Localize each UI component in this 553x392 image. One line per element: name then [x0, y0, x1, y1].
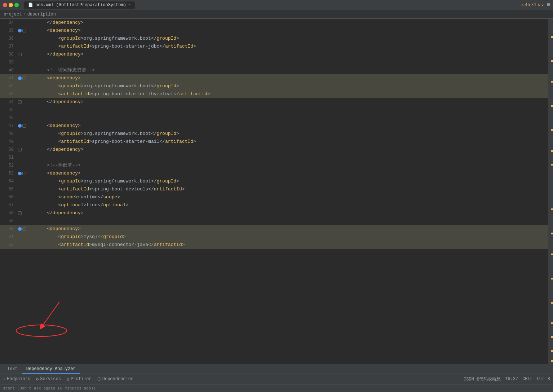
breakpoint-icon: [18, 29, 22, 32]
code-line: 43 <artifactId>spring-boot-starter-thyme…: [0, 90, 553, 98]
code-line: 53- <dependency>: [0, 169, 553, 177]
line-number: 48: [0, 130, 18, 138]
line-content: [34, 106, 553, 114]
code-line: 36 <groupId>org.springframework.boot</gr…: [0, 35, 553, 43]
endpoints-icon: ⚡: [3, 376, 5, 382]
scroll-marker: [551, 164, 553, 166]
code-line: 46: [0, 114, 553, 122]
line-content: <artifactId>mysql-connector-java</artifa…: [34, 241, 553, 249]
line-gutter: [18, 82, 34, 90]
line-number: 40: [0, 66, 18, 74]
line-gutter: [18, 66, 34, 74]
line-number: 59: [0, 217, 18, 225]
fold-icon[interactable]: -: [22, 227, 26, 231]
line-number: 52: [0, 162, 18, 169]
line-number: 45: [0, 106, 18, 114]
line-content: <groupId>mysql</groupId>: [34, 233, 553, 241]
line-number: 37: [0, 43, 18, 50]
code-editor[interactable]: 34 </dependency>35- <dependency>36 <grou…: [0, 19, 553, 364]
line-gutter: [18, 130, 34, 138]
fold-icon[interactable]: -: [18, 211, 22, 215]
scroll-marker: [551, 360, 553, 362]
breakpoint-icon: [18, 124, 22, 128]
code-line: 38- </dependency>: [0, 50, 553, 58]
line-content: <dependency>: [34, 169, 553, 177]
warnings-count: 45: [525, 3, 530, 8]
charset-label: UTF-8: [537, 376, 550, 382]
fold-icon[interactable]: -: [22, 172, 26, 175]
code-lines: 34 </dependency>35- <dependency>36 <grou…: [0, 19, 553, 364]
fold-icon[interactable]: -: [22, 29, 26, 32]
line-number: 57: [0, 201, 18, 209]
tool-tabs: Text Dependency Analyzer: [0, 364, 553, 374]
services-button[interactable]: ⚙ Services: [36, 376, 61, 382]
code-line: 62 <artifactId>mysql-connector-java</art…: [0, 241, 553, 249]
scroll-marker: [551, 129, 553, 131]
fold-icon[interactable]: -: [18, 148, 22, 151]
breakpoint-icon: [18, 172, 22, 175]
fold-icon[interactable]: -: [18, 53, 22, 56]
dependencies-button[interactable]: ⬡ Dependencies: [97, 376, 133, 382]
breadcrumb-item-project[interactable]: project: [4, 12, 22, 17]
line-number: 51: [0, 154, 18, 162]
tab-text[interactable]: Text: [3, 365, 22, 374]
line-number: 41: [0, 74, 18, 82]
code-line: 61 <groupId>mysql</groupId>: [0, 233, 553, 241]
minimize-button[interactable]: [9, 3, 13, 7]
line-number: 36: [0, 35, 18, 43]
line-gutter: [18, 193, 34, 201]
line-content: <optional>true</optional>: [34, 201, 553, 209]
line-content: [34, 58, 553, 66]
profiler-label: Profiler: [71, 376, 92, 382]
line-gutter: -: [18, 98, 34, 106]
profiler-button[interactable]: ◎ Profiler: [67, 376, 92, 382]
line-gutter: [18, 154, 34, 162]
warnings-badge[interactable]: ⚠ 45 ×1 ∧ ∨: [521, 2, 544, 8]
services-icon: ⚙: [36, 376, 39, 382]
breakpoint-icon: [18, 76, 22, 80]
line-gutter: -: [18, 74, 34, 82]
code-line: 55 <artifactId>spring-boot-devtools</art…: [0, 185, 553, 193]
line-content: <dependency>: [34, 122, 553, 130]
line-gutter: [18, 233, 34, 241]
position-label: 16:37: [505, 376, 518, 382]
scrollbar-track[interactable]: [548, 19, 553, 364]
line-content: <groupId>org.springframework.boot</group…: [34, 177, 553, 185]
fold-icon[interactable]: -: [18, 100, 22, 104]
code-line: 52 <!--热部署-->: [0, 162, 553, 169]
line-content: <groupId>org.springframework.boot</group…: [34, 35, 553, 43]
code-line: 48 <groupId>org.springframework.boot</gr…: [0, 130, 553, 138]
warnings-detail: ×1: [531, 3, 536, 8]
line-gutter: [18, 35, 34, 43]
breadcrumb-item-description[interactable]: description: [27, 12, 56, 17]
tab-dependency-analyzer[interactable]: Dependency Analyzer: [22, 365, 80, 374]
line-gutter: -: [18, 27, 34, 35]
line-gutter: -: [18, 146, 34, 154]
line-content: </dependency>: [34, 98, 553, 106]
line-content: <artifactId>spring-boot-starter-jdbc</ar…: [34, 43, 553, 50]
code-line: 41- <dependency>: [0, 74, 553, 82]
editor-tab-pom-xml[interactable]: 📄 pom.xml (SoftTestPreparationSystem) ×: [24, 1, 135, 9]
line-number: 46: [0, 114, 18, 122]
menu-icon[interactable]: ≡: [547, 2, 550, 8]
tab-close-button[interactable]: ×: [128, 3, 130, 7]
line-gutter: [18, 90, 34, 98]
scroll-marker: [551, 336, 553, 338]
warnings-icon: ⚠: [521, 2, 524, 8]
code-line: 60- <dependency>: [0, 225, 553, 233]
endpoints-button[interactable]: ⚡ Endpoints: [3, 376, 30, 382]
profiler-icon: ◎: [67, 376, 69, 382]
fold-icon[interactable]: -: [22, 76, 26, 80]
window-controls: [3, 3, 19, 7]
scroll-marker: [551, 233, 553, 234]
line-number: 54: [0, 177, 18, 185]
code-line: 50- </dependency>: [0, 146, 553, 154]
scroll-marker: [551, 322, 553, 324]
title-bar-left: 📄 pom.xml (SoftTestPreparationSystem) ×: [3, 1, 135, 9]
line-number: 56: [0, 193, 18, 201]
scroll-marker: [551, 350, 553, 352]
close-button[interactable]: [3, 3, 7, 7]
maximize-button[interactable]: [14, 3, 19, 7]
line-content: <artifactId>spring-boot-starter-thymelea…: [34, 90, 553, 98]
fold-icon[interactable]: -: [22, 124, 26, 128]
